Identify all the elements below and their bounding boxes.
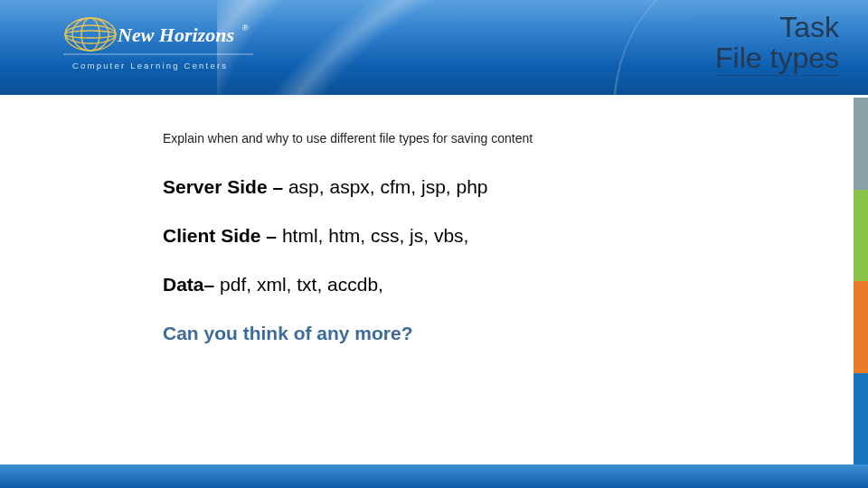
- row-value: asp, aspx, cfm, jsp, php: [288, 176, 488, 197]
- svg-point-1: [72, 18, 108, 51]
- row-label: Client Side –: [163, 225, 282, 246]
- prompt-question: Can you think of any more?: [163, 323, 868, 344]
- registered-mark: ®: [242, 23, 249, 33]
- instruction-text: Explain when and why to use different fi…: [163, 131, 868, 145]
- slide-footer-bar: [0, 465, 868, 488]
- globe-logo-icon: New Horizons ® Computer Learning Centers: [63, 13, 253, 85]
- svg-point-2: [81, 18, 99, 51]
- banner-sweep-decoration: [217, 0, 868, 95]
- file-type-row: Data– pdf, xml, txt, accdb,: [163, 274, 868, 296]
- title-line2: File types: [715, 43, 839, 77]
- slide-body: Explain when and why to use different fi…: [0, 95, 868, 465]
- accent-stripe: [854, 281, 868, 373]
- row-value: pdf, xml, txt, accdb,: [220, 274, 383, 295]
- brand-logo: New Horizons ® Computer Learning Centers: [63, 13, 253, 85]
- row-label: Server Side –: [163, 176, 288, 197]
- slide-header: New Horizons ® Computer Learning Centers…: [0, 0, 868, 95]
- brand-tagline: Computer Learning Centers: [72, 61, 228, 70]
- accent-stripe: [854, 98, 868, 190]
- accent-stripe: [854, 190, 868, 282]
- row-label: Data–: [163, 274, 220, 295]
- accent-stripes: [854, 98, 868, 465]
- row-value: html, htm, css, js, vbs,: [282, 225, 469, 246]
- brand-name-text: New Horizons: [117, 23, 234, 46]
- title-line1: Task: [715, 13, 839, 43]
- file-type-row: Server Side – asp, aspx, cfm, jsp, php: [163, 176, 868, 198]
- file-type-row: Client Side – html, htm, css, js, vbs,: [163, 225, 868, 247]
- slide-title: Task File types: [715, 13, 839, 76]
- accent-stripe: [854, 373, 868, 465]
